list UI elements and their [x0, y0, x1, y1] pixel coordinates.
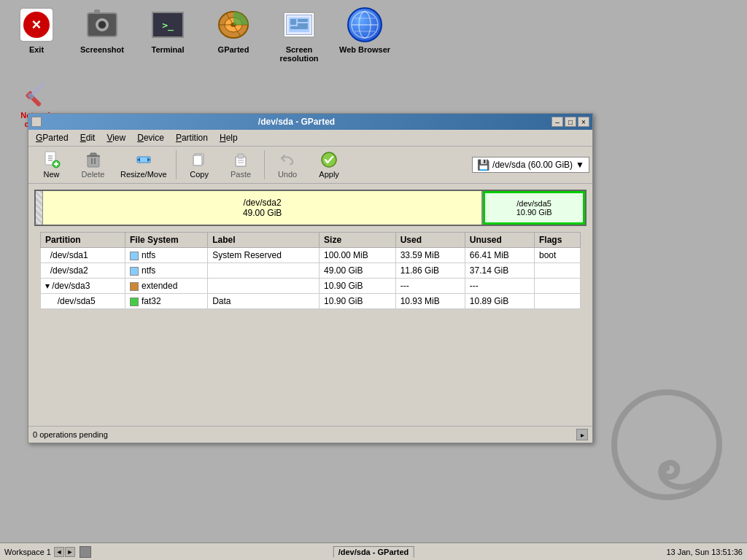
partition-table: Partition File System Label Size Used Un… [40, 232, 581, 309]
close-button[interactable]: × [578, 117, 589, 127]
screenshot-label: Screenshot [80, 45, 124, 54]
toolbar-delete-label: Delete [82, 170, 105, 179]
taskbar-workspace-arrows: ◄ ► [54, 547, 75, 557]
menu-help[interactable]: Help [215, 131, 242, 144]
partition-visual-sda5[interactable]: /dev/sda5 10.90 GiB [483, 191, 585, 225]
toolbar-paste-label: Paste [231, 170, 251, 179]
cell-size: 100.00 MiB [320, 248, 396, 263]
table-row[interactable]: /dev/sda5 fat32 Data 10.90 GiB 10.93 MiB… [41, 294, 581, 309]
svg-rect-37 [238, 154, 244, 158]
screen-resolution-icon-button[interactable]: Screen resolution [270, 4, 328, 66]
toolbar-sep-1 [176, 150, 177, 179]
toolbar-new-label: New [43, 170, 59, 179]
maximize-button[interactable]: □ [565, 117, 576, 127]
cell-used: 33.59 MiB [395, 248, 465, 263]
toolbar-copy-label: Copy [190, 170, 209, 179]
menu-view[interactable]: View [102, 131, 130, 144]
taskbar: Workspace 1 ◄ ► /dev/sda - GParted 13 Ja… [0, 542, 747, 560]
svg-rect-7 [298, 19, 308, 22]
menu-edit[interactable]: Edit [76, 131, 100, 144]
taskbar-active-window[interactable]: /dev/sda - GParted [333, 546, 414, 558]
svg-rect-9 [290, 26, 308, 29]
gparted-icon-button[interactable]: GParted [204, 4, 263, 57]
svg-rect-17 [31, 82, 45, 97]
toolbar-apply-button[interactable]: Apply [309, 148, 349, 182]
titlebar-close-btn[interactable] [31, 117, 42, 127]
screenshot-icon-button[interactable]: Screenshot [73, 4, 131, 57]
paste-icon [232, 151, 249, 168]
table-row[interactable]: /dev/sda2 ntfs 49.00 GiB 11.86 GiB 37.14… [41, 263, 581, 279]
table-row[interactable]: /dev/sda1 ntfs System Reserved 100.00 Mi… [41, 248, 581, 263]
toolbar-undo-label: Undo [278, 170, 297, 179]
cell-unused: 37.14 GiB [465, 263, 534, 279]
toolbar-delete-button[interactable]: Delete [73, 148, 113, 182]
taskbar-left: Workspace 1 ◄ ► [4, 546, 91, 558]
terminal-label: Terminal [151, 45, 184, 54]
col-header-size: Size [320, 233, 396, 248]
toolbar-undo-button[interactable]: Undo [268, 148, 308, 182]
col-header-label: Label [208, 233, 320, 248]
device-selector-label: /dev/sda (60.00 GiB) [492, 160, 573, 170]
col-header-flags: Flags [535, 233, 581, 248]
cell-flags [535, 294, 581, 309]
workspace-next-arrow[interactable]: ► [65, 547, 75, 557]
cell-partition: ▾ /dev/sda3 [41, 279, 125, 294]
toolbar-resize-button[interactable]: Resize/Move [115, 148, 173, 182]
partition-visual-sda2-size: 49.00 GiB [243, 208, 282, 218]
partition-table-container: Partition File System Label Size Used Un… [34, 232, 587, 309]
toolbar-copy-button[interactable]: Copy [179, 148, 220, 182]
cell-label: System Reserved [208, 248, 320, 263]
taskbar-center: /dev/sda - GParted [333, 546, 414, 558]
cell-label [208, 279, 320, 294]
cell-fs: extended [125, 279, 208, 294]
device-selector-arrow: ▼ [576, 160, 584, 170]
cell-partition: /dev/sda5 [41, 294, 125, 309]
exit-icon-button[interactable]: × Exit [7, 4, 66, 57]
svg-rect-26 [88, 155, 99, 167]
titlebar-left-controls [31, 117, 42, 127]
cell-fs: ntfs [125, 263, 208, 279]
cell-fs: fat32 [125, 294, 208, 309]
cell-used: --- [395, 279, 465, 294]
wrench-screwdriver-icon [20, 74, 53, 106]
menu-partition[interactable]: Partition [171, 131, 212, 144]
gparted-window: /dev/sda - GParted – □ × GParted Edit Vi… [28, 113, 593, 443]
svg-rect-8 [298, 23, 308, 26]
delete-icon [85, 151, 102, 168]
partition-visual-sda2[interactable]: /dev/sda2 49.00 GiB [43, 191, 483, 225]
partition-visual-sda5-size: 10.90 GiB [516, 208, 552, 217]
cell-flags [535, 279, 581, 294]
cell-size: 10.90 GiB [320, 294, 396, 309]
status-scrollbar[interactable]: ▸ [576, 429, 588, 440]
screen-resolution-label: Screen resolution [273, 45, 325, 63]
device-selector[interactable]: 💾 /dev/sda (60.00 GiB) ▼ [472, 157, 589, 173]
fs-color-ntfs [130, 252, 139, 260]
terminal-symbol: >_ [162, 20, 174, 31]
menu-device[interactable]: Device [133, 131, 169, 144]
cell-used: 10.93 MiB [395, 294, 465, 309]
toolbar-new-button[interactable]: New [31, 148, 71, 182]
taskbar-icon-btn[interactable] [80, 546, 91, 558]
fs-color-extended [130, 282, 139, 291]
menu-bar: GParted Edit View Device Partition Help [28, 130, 592, 147]
terminal-icon-button[interactable]: >_ Terminal [139, 4, 197, 57]
cell-flags [535, 263, 581, 279]
toolbar: New Delete [28, 147, 592, 184]
col-header-partition: Partition [41, 233, 125, 248]
table-row[interactable]: ▾ /dev/sda3 extended 10.90 GiB --- --- [41, 279, 581, 294]
cell-partition: /dev/sda1 [41, 248, 125, 263]
cell-size: 10.90 GiB [320, 279, 396, 294]
toolbar-apply-label: Apply [319, 170, 339, 179]
minimize-button[interactable]: – [551, 117, 563, 127]
menu-gparted[interactable]: GParted [31, 131, 73, 144]
partition-visual-sda5-label: /dev/sda5 [516, 199, 551, 208]
web-browser-icon-button[interactable]: Web Browser [336, 4, 394, 57]
titlebar-right-controls: – □ × [551, 117, 589, 127]
cell-partition: /dev/sda2 [41, 263, 125, 279]
resize-icon [135, 151, 152, 168]
apply-icon [320, 151, 338, 168]
taskbar-right: 13 Jan, Sun 13:51:36 [666, 548, 743, 556]
workspace-prev-arrow[interactable]: ◄ [54, 547, 64, 557]
toolbar-paste-button[interactable]: Paste [221, 148, 261, 182]
partition-visual-stripe [36, 191, 43, 225]
